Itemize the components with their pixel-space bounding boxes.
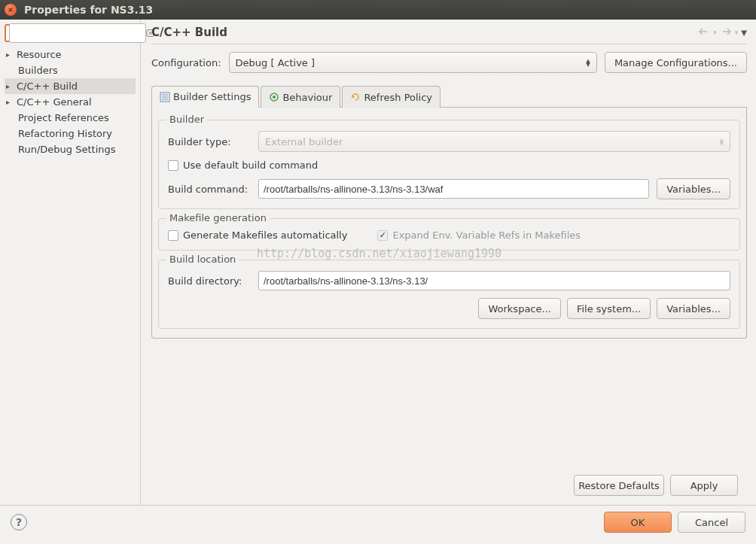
- builder-group-title: Builder: [166, 114, 207, 125]
- svg-point-3: [273, 96, 276, 99]
- sidebar: ▸ Resource Builders ▸ C/C++ Build ▸ C/C+…: [0, 20, 141, 505]
- build-location-group: Build location http://blog.csdn.net/xiao…: [158, 260, 740, 329]
- generate-makefiles-checkbox[interactable]: Generate Makefiles automatically: [168, 229, 347, 241]
- sidebar-item-resource[interactable]: ▸ Resource: [5, 47, 136, 62]
- expand-arrow-icon: ▸: [6, 82, 17, 90]
- ok-button[interactable]: OK: [604, 512, 672, 533]
- titlebar: Properties for NS3.13: [0, 0, 756, 20]
- build-command-variables-button[interactable]: Variables...: [657, 178, 730, 199]
- build-location-group-title: Build location: [166, 254, 239, 265]
- help-icon[interactable]: ?: [11, 514, 27, 530]
- sidebar-item-builders[interactable]: Builders: [5, 62, 136, 78]
- tab-refresh-policy[interactable]: Refresh Policy: [342, 86, 440, 108]
- build-directory-label: Build directory:: [168, 275, 251, 287]
- expand-arrow-icon: ▸: [6, 50, 17, 59]
- sidebar-item-refactoring-history[interactable]: Refactoring History: [5, 126, 136, 141]
- dialog-body: ▸ Resource Builders ▸ C/C++ Build ▸ C/C+…: [0, 20, 756, 505]
- behaviour-icon: [269, 92, 279, 102]
- makefile-group-title: Makefile generation: [166, 212, 270, 223]
- footer: ? OK Cancel: [0, 505, 756, 539]
- nav-back-icon[interactable]: [698, 27, 710, 38]
- combo-caret-icon: ▴▾: [719, 138, 724, 145]
- build-command-input[interactable]: [258, 179, 649, 199]
- configuration-combo[interactable]: Debug [ Active ] ▴▾: [229, 52, 597, 73]
- view-menu-icon[interactable]: ▼: [741, 29, 747, 37]
- tab-content: Builder Builder type: External builder ▴…: [151, 108, 747, 339]
- build-dir-variables-button[interactable]: Variables...: [657, 298, 730, 319]
- filter-input[interactable]: [9, 23, 146, 43]
- builder-group: Builder Builder type: External builder ▴…: [158, 120, 740, 209]
- window-title: Properties for NS3.13: [24, 4, 153, 16]
- tabs: Builder Settings Behaviour Refresh Polic…: [151, 85, 747, 108]
- main-panel: C/C++ Build ▾ ▾ ▼ Configuration: Debug […: [141, 20, 756, 505]
- manage-configurations-button[interactable]: Manage Configurations...: [605, 52, 747, 73]
- sidebar-item-cpp-general[interactable]: ▸ C/C++ General: [5, 94, 136, 110]
- header-row: C/C++ Build ▾ ▾ ▼: [151, 26, 747, 44]
- nav-forward-menu-icon[interactable]: ▾: [735, 29, 739, 36]
- defaults-row: Restore Defaults Apply: [151, 470, 747, 499]
- builder-settings-icon: [160, 92, 170, 102]
- builder-type-label: Builder type:: [168, 136, 251, 147]
- sidebar-item-cpp-build[interactable]: ▸ C/C++ Build: [5, 78, 136, 94]
- builder-type-combo: External builder ▴▾: [258, 131, 730, 152]
- apply-button[interactable]: Apply: [670, 475, 738, 496]
- nav-back-menu-icon[interactable]: ▾: [713, 29, 717, 36]
- combo-caret-icon: ▴▾: [586, 59, 590, 66]
- page-title: C/C++ Build: [151, 26, 695, 39]
- filter-box[interactable]: [5, 24, 136, 42]
- restore-defaults-button[interactable]: Restore Defaults: [574, 475, 664, 496]
- build-directory-input[interactable]: [258, 271, 730, 290]
- configuration-label: Configuration:: [151, 57, 221, 68]
- expand-env-refs-checkbox: Expand Env. Variable Refs in Makefiles: [377, 229, 581, 241]
- nav-forward-icon[interactable]: [720, 27, 732, 38]
- sidebar-item-project-references[interactable]: Project References: [5, 110, 136, 126]
- expand-arrow-icon: ▸: [6, 98, 17, 106]
- window-close-button[interactable]: [5, 4, 17, 16]
- tab-builder-settings[interactable]: Builder Settings: [151, 86, 259, 108]
- cancel-button[interactable]: Cancel: [678, 512, 745, 533]
- file-system-button[interactable]: File system...: [567, 298, 651, 319]
- tab-behaviour[interactable]: Behaviour: [261, 86, 340, 108]
- use-default-build-command-checkbox[interactable]: Use default build command: [168, 160, 318, 171]
- build-command-label: Build command:: [168, 184, 251, 195]
- makefile-group: Makefile generation Generate Makefiles a…: [158, 218, 740, 251]
- sidebar-item-run-debug-settings[interactable]: Run/Debug Settings: [5, 141, 136, 157]
- refresh-icon: [350, 92, 361, 102]
- configuration-row: Configuration: Debug [ Active ] ▴▾ Manag…: [151, 52, 747, 73]
- workspace-button[interactable]: Workspace...: [478, 298, 560, 319]
